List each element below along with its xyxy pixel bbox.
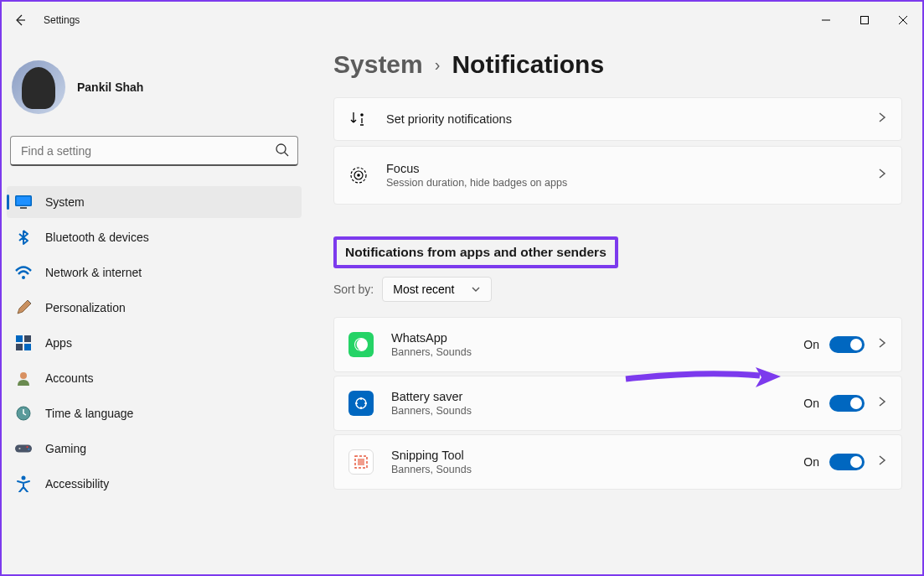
svg-point-20 [22, 476, 26, 480]
svg-rect-28 [358, 459, 364, 465]
priority-notifications-card[interactable]: Set priority notifications [333, 97, 902, 141]
app-name: WhatsApp [391, 331, 803, 345]
svg-rect-13 [24, 344, 31, 350]
focus-icon [348, 164, 369, 186]
nav-list: SystemBluetooth & devicesNetwork & inter… [7, 186, 302, 500]
sidebar-item-label: Gaming [45, 442, 86, 455]
svg-point-14 [20, 372, 27, 379]
svg-point-9 [22, 276, 25, 279]
system-icon [15, 194, 32, 210]
svg-rect-11 [24, 335, 31, 342]
svg-rect-8 [20, 207, 27, 209]
app-row-whatsapp[interactable]: WhatsAppBanners, SoundsOn [333, 317, 902, 372]
priority-icon [348, 108, 369, 130]
sidebar-item-accounts[interactable]: Accounts [7, 362, 302, 394]
sidebar-item-label: Apps [45, 336, 72, 350]
toggle-state-label: On [803, 455, 819, 469]
sidebar-item-label: System [45, 195, 85, 209]
sidebar-item-apps[interactable]: Apps [7, 327, 302, 359]
time-icon [15, 405, 32, 422]
sidebar-item-label: Personalization [45, 301, 126, 314]
toggle-state-label: On [803, 338, 819, 351]
sidebar-item-label: Bluetooth & devices [45, 231, 149, 244]
minimize-button[interactable] [807, 7, 845, 34]
svg-point-19 [28, 449, 29, 450]
sidebar: Pankil Shah SystemBluetooth & devicesNet… [2, 39, 312, 574]
toggle-battery[interactable] [829, 395, 865, 412]
sidebar-item-time[interactable]: Time & language [7, 397, 302, 429]
card-title: Focus [386, 162, 876, 175]
back-button[interactable] [12, 12, 28, 29]
sidebar-item-personalization[interactable]: Personalization [7, 292, 302, 324]
svg-line-5 [285, 153, 289, 157]
snipping-icon [348, 449, 374, 475]
app-detail: Banners, Sounds [391, 464, 803, 475]
breadcrumb-current: Notifications [452, 50, 604, 79]
titlebar: Settings [2, 2, 922, 39]
sidebar-item-label: Accounts [45, 371, 94, 385]
app-row-snipping[interactable]: Snipping ToolBanners, SoundsOn [333, 434, 902, 490]
svg-rect-7 [17, 197, 31, 205]
chevron-right-icon: › [435, 55, 441, 75]
chevron-down-icon [471, 284, 481, 294]
toggle-snipping[interactable] [829, 454, 865, 470]
profile-name: Pankil Shah [77, 80, 143, 94]
sidebar-item-accessibility[interactable]: Accessibility [7, 468, 302, 500]
toggle-whatsapp[interactable] [829, 336, 865, 353]
breadcrumb-parent[interactable]: System [333, 50, 423, 79]
section-title: Notifications from apps and other sender… [345, 245, 607, 260]
sort-value: Most recent [393, 283, 454, 296]
sidebar-item-label: Network & internet [45, 266, 142, 279]
sidebar-item-system[interactable]: System [7, 186, 302, 218]
sort-label: Sort by: [333, 283, 374, 296]
whatsapp-icon [348, 331, 374, 358]
main-content: System › Notifications Set priority noti… [312, 39, 922, 574]
sidebar-item-gaming[interactable]: Gaming [7, 433, 302, 464]
focus-card[interactable]: Focus Session duration, hide badges on a… [333, 146, 902, 205]
battery-icon [348, 390, 374, 417]
close-button[interactable] [884, 7, 922, 34]
personalization-icon [15, 299, 32, 316]
svg-point-21 [360, 113, 364, 117]
sidebar-item-bluetooth[interactable]: Bluetooth & devices [7, 221, 302, 253]
search-icon [275, 143, 290, 161]
profile[interactable]: Pankil Shah [7, 42, 302, 136]
svg-point-17 [18, 448, 20, 449]
chevron-right-icon [876, 454, 888, 470]
highlight-annotation: Notifications from apps and other sender… [333, 236, 618, 268]
svg-point-24 [357, 174, 360, 177]
accessibility-icon [15, 475, 32, 492]
chevron-right-icon [876, 168, 888, 183]
sidebar-item-network[interactable]: Network & internet [7, 257, 302, 288]
svg-rect-10 [16, 335, 23, 342]
accounts-icon [15, 370, 32, 387]
breadcrumb: System › Notifications [333, 50, 902, 79]
app-detail: Banners, Sounds [391, 405, 803, 417]
app-name: Snipping Tool [391, 449, 803, 462]
card-title: Set priority notifications [386, 112, 876, 126]
sort-dropdown[interactable]: Most recent [382, 277, 492, 302]
app-row-battery[interactable]: Battery saverBanners, SoundsOn [333, 376, 902, 431]
network-icon [15, 264, 32, 281]
svg-rect-16 [15, 444, 32, 452]
window-title: Settings [44, 14, 80, 26]
chevron-right-icon [876, 396, 888, 411]
chevron-right-icon [876, 337, 888, 352]
avatar [12, 60, 65, 114]
gaming-icon [15, 440, 32, 457]
bluetooth-icon [15, 229, 32, 246]
search-input[interactable] [10, 136, 298, 166]
apps-icon [15, 335, 32, 351]
maximize-button[interactable] [845, 7, 884, 34]
svg-point-18 [26, 446, 28, 448]
app-name: Battery saver [391, 390, 803, 403]
svg-point-4 [276, 144, 286, 153]
card-subtitle: Session duration, hide badges on apps [386, 177, 876, 189]
app-detail: Banners, Sounds [391, 346, 803, 358]
sidebar-item-label: Time & language [45, 407, 133, 420]
chevron-right-icon [876, 112, 888, 127]
sidebar-item-label: Accessibility [45, 477, 109, 490]
svg-rect-1 [861, 17, 869, 24]
toggle-state-label: On [803, 397, 819, 410]
svg-rect-12 [16, 344, 23, 350]
